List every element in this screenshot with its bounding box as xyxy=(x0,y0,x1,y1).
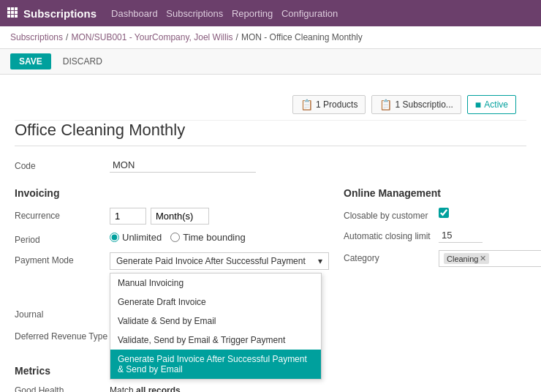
auto-closing-label: Automatic closing limit xyxy=(344,228,439,241)
svg-rect-7 xyxy=(11,15,14,18)
dropdown-item-validate-send[interactable]: Validate & Send by Email xyxy=(110,312,321,331)
record-title: Office Cleaning Monthly xyxy=(15,121,526,146)
svg-rect-4 xyxy=(11,11,14,14)
recurrence-row: Recurrence Month(s) xyxy=(15,208,329,225)
good-health-label: Good Health xyxy=(15,385,110,392)
period-label: Period xyxy=(15,232,110,245)
nav-dashboard[interactable]: Dashboard xyxy=(108,8,161,19)
main-content: 📋 1 Products 📋 1 Subscriptio... ■ Active… xyxy=(0,75,541,392)
category-tag-input[interactable]: Cleaning ✕ ▾ xyxy=(439,250,541,267)
active-button[interactable]: ■ Active xyxy=(467,95,516,114)
invoicing-section: Invoicing Recurrence Month(s) Period xyxy=(15,187,329,350)
period-unlimited-radio[interactable] xyxy=(110,233,119,242)
active-icon: ■ xyxy=(475,99,481,110)
code-label: Code xyxy=(15,158,110,171)
dropdown-item-validate-trigger[interactable]: Validate, Send by Email & Trigger Paymen… xyxy=(110,331,321,350)
invoicing-title: Invoicing xyxy=(15,187,329,199)
subscriptions-button[interactable]: 📋 1 Subscriptio... xyxy=(371,95,461,114)
online-management-title: Online Management xyxy=(344,187,541,199)
top-navigation: ​ Subscriptions Dashboard Subscriptions … xyxy=(0,0,541,26)
good-health-row: Good Health Match all records ➜ 1 RECORD… xyxy=(15,385,526,392)
payment-mode-dropdown-container: Generate Paid Invoice After Successful P… xyxy=(110,252,329,270)
payment-mode-label: Payment Mode xyxy=(15,252,110,265)
status-bar: 📋 1 Products 📋 1 Subscriptio... ■ Active xyxy=(15,89,526,121)
payment-mode-row: Payment Mode Generate Paid Invoice After… xyxy=(15,252,329,270)
main-nav: Dashboard Subscriptions Reporting Config… xyxy=(108,8,341,19)
recurrence-label: Recurrence xyxy=(15,208,110,221)
remove-cleaning-tag[interactable]: ✕ xyxy=(480,254,486,263)
cleaning-tag: Cleaning ✕ xyxy=(444,253,489,264)
code-input[interactable] xyxy=(110,158,256,173)
period-timebounding-radio[interactable] xyxy=(170,233,180,242)
breadcrumb-subscriptions[interactable]: Subscriptions xyxy=(10,32,63,42)
nav-configuration[interactable]: Configuration xyxy=(279,8,341,19)
svg-rect-3 xyxy=(7,11,10,14)
online-management-section: Online Management Closable by customer A… xyxy=(344,187,541,350)
subscriptions-icon: 📋 xyxy=(379,99,392,110)
svg-rect-5 xyxy=(15,11,18,14)
svg-rect-6 xyxy=(7,15,10,18)
svg-rect-1 xyxy=(11,7,14,10)
good-health-match: Match all records xyxy=(110,385,181,392)
auto-closing-input[interactable] xyxy=(439,228,483,243)
nav-reporting[interactable]: Reporting xyxy=(229,8,276,19)
auto-closing-row: Automatic closing limit xyxy=(344,228,541,243)
dropdown-item-generate-paid[interactable]: Generate Paid Invoice After Successful P… xyxy=(110,350,321,379)
recurrence-wrap: Month(s) xyxy=(110,208,329,225)
two-column-layout: Invoicing Recurrence Month(s) Period xyxy=(15,187,526,350)
period-row: Period Unlimited Time bounding xyxy=(15,232,329,245)
action-bar: SAVE DISCARD xyxy=(0,49,541,75)
products-button[interactable]: 📋 1 Products xyxy=(292,95,366,114)
closable-checkbox[interactable] xyxy=(439,208,449,218)
products-icon: 📋 xyxy=(300,99,313,110)
breadcrumb: Subscriptions / MON/SUB001 - YourCompany… xyxy=(0,26,541,49)
discard-button[interactable]: DISCARD xyxy=(57,53,108,69)
payment-mode-field[interactable]: Generate Paid Invoice After Successful P… xyxy=(110,252,329,270)
dropdown-arrow-icon: ▾ xyxy=(318,256,322,266)
period-timebounding-option[interactable]: Time bounding xyxy=(170,232,246,243)
code-value xyxy=(110,158,526,173)
svg-rect-0 xyxy=(7,7,10,10)
svg-rect-2 xyxy=(15,7,18,10)
breadcrumb-current: MON - Office Cleaning Monthly xyxy=(241,32,363,42)
recurrence-num-input[interactable] xyxy=(110,208,146,225)
period-unlimited-option[interactable]: Unlimited xyxy=(110,232,162,243)
closable-label: Closable by customer xyxy=(344,208,439,221)
grid-icon[interactable]: ​ xyxy=(7,7,18,20)
svg-rect-8 xyxy=(15,15,18,18)
payment-mode-value: Generate Paid Invoice After Successful P… xyxy=(116,256,306,266)
deferred-revenue-label: Deferred Revenue Type xyxy=(15,328,110,342)
save-button[interactable]: SAVE xyxy=(10,53,51,69)
app-title: ​ Subscriptions xyxy=(7,7,97,20)
breadcrumb-sub001[interactable]: MON/SUB001 - YourCompany, Joel Willis xyxy=(71,32,232,42)
good-health-header: Good Health Match all records xyxy=(15,385,526,392)
payment-mode-dropdown-menu: Manual Invoicing Generate Draft Invoice … xyxy=(110,273,322,380)
journal-label: Journal xyxy=(15,306,110,320)
dropdown-item-manual[interactable]: Manual Invoicing xyxy=(110,274,321,293)
category-row: Category Cleaning ✕ ▾ xyxy=(344,250,541,267)
code-field-row: Code xyxy=(15,158,526,173)
closable-row: Closable by customer xyxy=(344,208,541,221)
recurrence-unit-select[interactable]: Month(s) xyxy=(151,208,209,225)
nav-subscriptions[interactable]: Subscriptions xyxy=(163,8,226,19)
category-label: Category xyxy=(344,250,439,263)
period-radio-group: Unlimited Time bounding xyxy=(110,232,329,243)
dropdown-item-draft[interactable]: Generate Draft Invoice xyxy=(110,293,321,312)
